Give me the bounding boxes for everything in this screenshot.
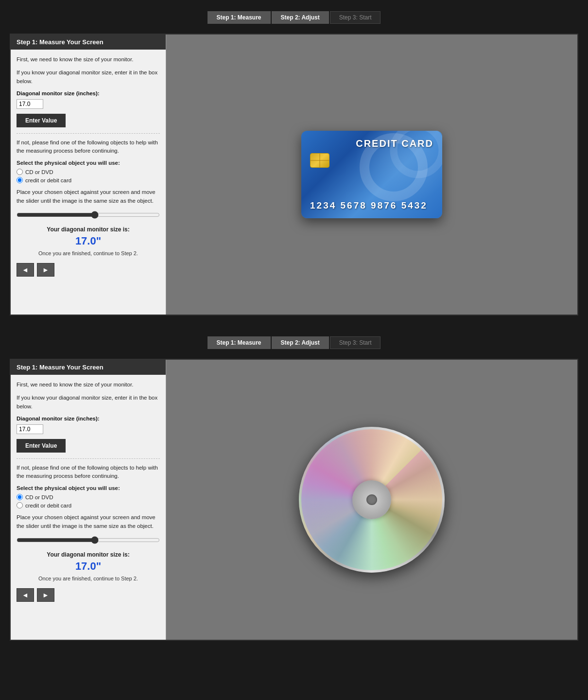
radio-card-2[interactable]: credit or debit card xyxy=(17,502,160,508)
diagonal-row-2 xyxy=(17,424,160,434)
prev-btn-2[interactable]: ◄ xyxy=(17,588,34,602)
tab-step3-start-1: Step 3: Start xyxy=(330,11,381,24)
step-tabs-2: Step 1: Measure Step 2: Adjust Step 3: S… xyxy=(10,332,578,353)
cd-disc xyxy=(299,427,445,573)
radio-card-input-1[interactable] xyxy=(17,177,23,183)
card-number: 1234 5678 9876 5432 xyxy=(310,200,433,211)
nav-buttons-2: ◄ ► xyxy=(17,588,160,602)
card-title: CREDIT CARD xyxy=(310,138,433,149)
enter-value-btn-1[interactable]: Enter Value xyxy=(17,114,66,127)
card-chip xyxy=(310,153,329,168)
slider-container-1 xyxy=(17,211,160,220)
result-section-1: Your diagonal monitor size is: 17.0" Onc… xyxy=(17,226,160,256)
tab-step2-adjust-2[interactable]: Step 2: Adjust xyxy=(272,336,329,349)
next-btn-1[interactable]: ► xyxy=(37,263,54,277)
card-chip-row xyxy=(310,153,433,168)
sidebar-2: Step 1: Measure Your Screen First, we ne… xyxy=(11,360,166,640)
divider-1 xyxy=(17,133,160,134)
continue-text-2: Once you are finished, continue to Step … xyxy=(17,576,160,581)
diagonal-label-1: Diagonal monitor size (inches): xyxy=(17,90,160,96)
result-section-2: Your diagonal monitor size is: 17.0" Onc… xyxy=(17,551,160,581)
step-tabs-1: Step 1: Measure Step 2: Adjust Step 3: S… xyxy=(10,7,578,28)
radio-card-label-2: credit or debit card xyxy=(25,503,71,508)
result-label-2: Your diagonal monitor size is: xyxy=(17,551,160,558)
radio-cd-label-1: CD or DVD xyxy=(25,169,53,175)
enter-value-btn-2[interactable]: Enter Value xyxy=(17,439,66,453)
intro-text-1b: If you know your diagonal monitor size, … xyxy=(17,69,160,86)
display-area-2 xyxy=(166,360,577,640)
place-text-2: Place your chosen object against your sc… xyxy=(17,513,160,530)
diagonal-row-1 xyxy=(17,99,160,109)
prev-btn-1[interactable]: ◄ xyxy=(17,263,34,277)
place-text-1: Place your chosen object against your sc… xyxy=(17,188,160,205)
tab-step1-measure-1[interactable]: Step 1: Measure xyxy=(208,11,271,24)
intro-text-2b: If you know your diagonal monitor size, … xyxy=(17,394,160,411)
ifnot-text-2: If not, please find one of the following… xyxy=(17,464,160,481)
size-slider-2[interactable] xyxy=(17,536,160,544)
tab-step1-measure-2[interactable]: Step 1: Measure xyxy=(208,336,271,349)
tab-step3-start-2: Step 3: Start xyxy=(330,336,381,349)
continue-text-1: Once you are finished, continue to Step … xyxy=(17,250,160,256)
diagonal-input-2[interactable] xyxy=(17,424,43,434)
sidebar-content-1: First, we need to know the size of your … xyxy=(11,50,166,282)
divider-2 xyxy=(17,458,160,459)
result-value-1: 17.0" xyxy=(17,235,160,247)
ifnot-text-1: If not, please find one of the following… xyxy=(17,139,160,156)
tab-step2-adjust-1[interactable]: Step 2: Adjust xyxy=(272,11,329,24)
panel-1: Step 1: Measure Step 2: Adjust Step 3: S… xyxy=(0,0,588,325)
next-btn-2[interactable]: ► xyxy=(37,588,54,602)
panel-2: Step 1: Measure Step 2: Adjust Step 3: S… xyxy=(0,325,588,650)
diagonal-input-1[interactable] xyxy=(17,99,43,109)
sidebar-1: Step 1: Measure Your Screen First, we ne… xyxy=(11,35,166,315)
radio-card-1[interactable]: credit or debit card xyxy=(17,177,160,183)
display-area-1: CREDIT CARD 1234 5678 9876 5432 xyxy=(166,35,577,315)
select-label-1: Select the physical object you will use: xyxy=(17,160,160,166)
intro-text-1a: First, we need to know the size of your … xyxy=(17,55,160,64)
radio-cd-2[interactable]: CD or DVD xyxy=(17,494,160,500)
diagonal-label-2: Diagonal monitor size (inches): xyxy=(17,416,160,421)
radio-cd-input-1[interactable] xyxy=(17,169,23,175)
radio-cd-input-2[interactable] xyxy=(17,494,23,500)
radio-cd-label-2: CD or DVD xyxy=(25,494,53,500)
intro-text-2a: First, we need to know the size of your … xyxy=(17,381,160,389)
slider-container-2 xyxy=(17,536,160,545)
size-slider-1[interactable] xyxy=(17,211,160,219)
main-panel-2: Step 1: Measure Your Screen First, we ne… xyxy=(10,359,578,641)
cd-inner xyxy=(352,480,391,519)
sidebar-title-2: Step 1: Measure Your Screen xyxy=(11,360,166,375)
select-label-2: Select the physical object you will use: xyxy=(17,485,160,491)
radio-group-2: CD or DVD credit or debit card xyxy=(17,494,160,508)
sidebar-content-2: First, we need to know the size of your … xyxy=(11,375,166,608)
sidebar-title-1: Step 1: Measure Your Screen xyxy=(11,35,166,50)
credit-card: CREDIT CARD 1234 5678 9876 5432 xyxy=(301,131,442,218)
radio-group-1: CD or DVD credit or debit card xyxy=(17,169,160,183)
radio-card-label-1: credit or debit card xyxy=(25,177,71,183)
main-panel-1: Step 1: Measure Your Screen First, we ne… xyxy=(10,34,578,315)
result-label-1: Your diagonal monitor size is: xyxy=(17,226,160,233)
nav-buttons-1: ◄ ► xyxy=(17,263,160,277)
radio-cd-1[interactable]: CD or DVD xyxy=(17,169,160,175)
radio-card-input-2[interactable] xyxy=(17,502,23,508)
cd-hole xyxy=(366,494,377,505)
result-value-2: 17.0" xyxy=(17,560,160,573)
